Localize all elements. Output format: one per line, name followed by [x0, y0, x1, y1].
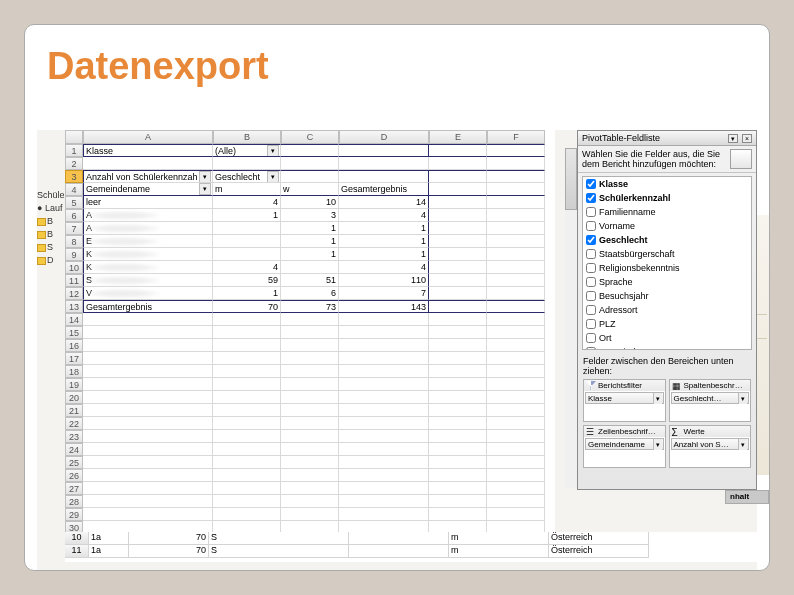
row-number[interactable]: 21	[65, 404, 83, 417]
cell[interactable]	[281, 456, 339, 469]
sheet-row[interactable]: 15	[65, 326, 555, 339]
cell[interactable]	[213, 352, 281, 365]
cell[interactable]	[487, 430, 545, 443]
cell[interactable]	[281, 326, 339, 339]
row-number[interactable]: 14	[65, 313, 83, 326]
sheet-row[interactable]: 7A11	[65, 222, 555, 235]
cell[interactable]: 3	[281, 209, 339, 222]
layout-options-button[interactable]	[730, 149, 752, 169]
cell[interactable]	[83, 469, 213, 482]
cell[interactable]	[429, 469, 487, 482]
cell[interactable]	[429, 196, 487, 209]
cell[interactable]	[83, 443, 213, 456]
row-number[interactable]: 26	[65, 469, 83, 482]
field-chip[interactable]: Anzahl von S…	[671, 438, 750, 450]
cell[interactable]	[429, 456, 487, 469]
cell[interactable]	[213, 391, 281, 404]
cell[interactable]: 1	[339, 248, 429, 261]
cell[interactable]	[429, 495, 487, 508]
sheet-row[interactable]: 24	[65, 443, 555, 456]
pivot-field[interactable]: Geschlecht	[583, 233, 751, 247]
row-number[interactable]: 15	[65, 326, 83, 339]
sheet-row[interactable]: 26	[65, 469, 555, 482]
column-header[interactable]: A	[83, 130, 213, 144]
cell[interactable]	[213, 378, 281, 391]
field-chip[interactable]: Geschlecht…	[671, 392, 750, 404]
pivot-field[interactable]: Besuchsjahr	[583, 289, 751, 303]
cell[interactable]	[339, 495, 429, 508]
report-filter-area[interactable]: Berichtsfilter Klasse	[583, 379, 666, 422]
cell[interactable]: K	[83, 261, 213, 274]
column-header[interactable]: F	[487, 130, 545, 144]
column-header[interactable]: B	[213, 130, 281, 144]
chevron-down-icon[interactable]: ▾	[728, 134, 738, 143]
cell[interactable]	[213, 508, 281, 521]
sheet-row[interactable]: 12V167	[65, 287, 555, 300]
cell[interactable]	[213, 417, 281, 430]
cell[interactable]	[339, 378, 429, 391]
cell[interactable]: 14	[339, 196, 429, 209]
cell[interactable]	[213, 404, 281, 417]
cell[interactable]	[83, 495, 213, 508]
field-checkbox[interactable]	[586, 193, 596, 203]
cell[interactable]	[429, 391, 487, 404]
pivot-field-list[interactable]: KlasseSchülerkennzahlFamiliennameVorname…	[582, 176, 752, 350]
cell[interactable]	[487, 482, 545, 495]
cell[interactable]	[429, 183, 487, 196]
cell[interactable]	[429, 339, 487, 352]
sheet-row[interactable]: 5leer41014	[65, 196, 555, 209]
cell[interactable]	[281, 339, 339, 352]
column-labels-area[interactable]: Spaltenbeschr… Geschlecht…	[669, 379, 752, 422]
cell[interactable]	[213, 365, 281, 378]
cell[interactable]	[429, 313, 487, 326]
cell[interactable]: 4	[213, 261, 281, 274]
cell[interactable]: 59	[213, 274, 281, 287]
cell[interactable]	[487, 274, 545, 287]
sheet-row[interactable]: 13Gesamtergebnis7073143	[65, 300, 555, 313]
cell[interactable]	[281, 352, 339, 365]
pivot-field[interactable]: Staatsbürgerschaft	[583, 247, 751, 261]
cell[interactable]	[487, 417, 545, 430]
tree-item[interactable]: B	[37, 229, 65, 242]
cell[interactable]	[429, 430, 487, 443]
cell[interactable]	[429, 157, 487, 170]
cell[interactable]	[83, 391, 213, 404]
sheet-row[interactable]: 2	[65, 157, 555, 170]
pivot-field[interactable]: Vorname	[583, 219, 751, 233]
cell[interactable]: Klasse	[83, 144, 213, 157]
cell[interactable]	[213, 222, 281, 235]
cell[interactable]	[487, 248, 545, 261]
row-number[interactable]: 28	[65, 495, 83, 508]
cell[interactable]: 1	[213, 287, 281, 300]
cell[interactable]: Gemeindename	[83, 183, 213, 196]
cell[interactable]	[429, 235, 487, 248]
field-checkbox[interactable]	[586, 333, 596, 343]
row-number[interactable]: 27	[65, 482, 83, 495]
cell[interactable]	[281, 157, 339, 170]
cell[interactable]	[339, 339, 429, 352]
pivot-field[interactable]: PLZ	[583, 317, 751, 331]
cell[interactable]	[429, 274, 487, 287]
cell[interactable]: A	[83, 209, 213, 222]
cell[interactable]	[429, 404, 487, 417]
sheet-row[interactable]: 3Anzahl von SchülerkennzahGeschlecht	[65, 170, 555, 183]
cell[interactable]	[281, 482, 339, 495]
cell[interactable]	[213, 469, 281, 482]
cell[interactable]	[281, 404, 339, 417]
cell[interactable]: m	[213, 183, 281, 196]
cell[interactable]	[429, 300, 487, 313]
row-number[interactable]: 5	[65, 196, 83, 209]
column-header[interactable]: D	[339, 130, 429, 144]
sheet-row[interactable]: 6A134	[65, 209, 555, 222]
cell[interactable]	[339, 326, 429, 339]
cell[interactable]	[487, 391, 545, 404]
cell[interactable]: 4	[339, 261, 429, 274]
cell[interactable]	[83, 404, 213, 417]
cell[interactable]	[281, 313, 339, 326]
cell[interactable]	[429, 417, 487, 430]
cell[interactable]	[213, 157, 281, 170]
pivot-field[interactable]: Klasse	[583, 177, 751, 191]
cell[interactable]	[83, 157, 213, 170]
cell[interactable]	[339, 443, 429, 456]
field-checkbox[interactable]	[586, 305, 596, 315]
